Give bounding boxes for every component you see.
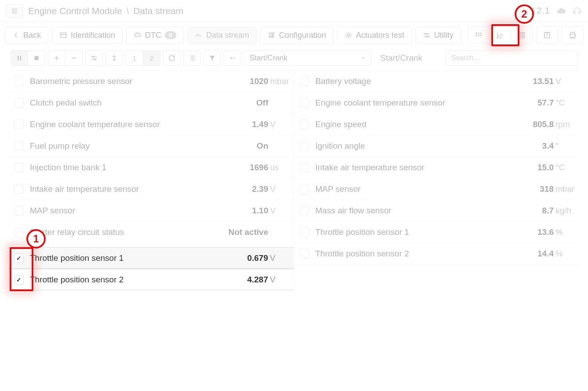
row-label: Throttle position sensor 2 (316, 249, 538, 259)
row-checkbox[interactable] (14, 98, 24, 108)
compare-button[interactable] (85, 50, 103, 66)
table-row[interactable]: Engine speed805.8rpm (294, 114, 580, 135)
page-2-label: 2 (150, 55, 153, 62)
row-checkbox[interactable] (14, 206, 24, 216)
table-row-selected[interactable]: Throttle position sensor 2 4.287 V (9, 269, 294, 290)
stop-button[interactable] (28, 50, 45, 66)
menu-button[interactable] (6, 4, 23, 18)
table-row[interactable]: MAP sensor1.10V (9, 200, 294, 222)
filter-icon (208, 54, 216, 62)
row-unit: V (555, 77, 575, 86)
row-unit: V (270, 275, 289, 285)
row-checkbox[interactable] (14, 227, 24, 237)
refresh-button[interactable] (163, 50, 181, 66)
row-label: Ignition angle (316, 141, 542, 151)
tab-dtc[interactable]: DTC 0 (126, 27, 184, 44)
row-unit: °C (555, 98, 575, 108)
gauge-icon (518, 31, 526, 39)
chevron-down-icon (360, 55, 366, 61)
preset-label: Start/Crank (380, 53, 422, 63)
row-checkbox[interactable] (300, 77, 309, 86)
row-checkbox[interactable] (14, 120, 24, 129)
preset-select[interactable]: Start/Crank (244, 50, 371, 66)
row-checkbox[interactable] (300, 249, 309, 259)
cloud-icon[interactable] (556, 6, 566, 16)
table-row[interactable]: Fuel pump relayOn (9, 135, 294, 157)
breadcrumb-sep: \ (126, 6, 129, 16)
table-row[interactable]: Engine coolant temperature sensor57.7°C (294, 92, 580, 114)
table-row[interactable]: Starter relay circuit statusNot active (9, 222, 294, 243)
table-row[interactable]: Injection time bank 11696us (9, 157, 294, 179)
row-unit: rpm (555, 120, 575, 129)
row-label: Throttle position sensor 2 (30, 275, 247, 285)
row-unit: kg/h (555, 206, 575, 216)
tab-actuators[interactable]: Actuators test (337, 27, 412, 44)
row-checkbox[interactable] (300, 206, 309, 216)
table-row[interactable]: Engine coolant temperature sensor1.49V (9, 114, 294, 135)
tab-configuration[interactable]: Configuration (260, 27, 334, 44)
row-label: Starter relay circuit status (30, 227, 229, 237)
row-label: Engine speed (316, 120, 533, 129)
view-graph-button[interactable] (489, 26, 511, 44)
tab-identification[interactable]: Identification (52, 27, 123, 44)
table-row[interactable]: Clutch pedal switchOff (9, 92, 294, 114)
row-value: 805.8 (533, 120, 554, 129)
row-checkbox[interactable] (300, 227, 309, 237)
row-value: 4.287 (247, 275, 268, 285)
row-unit: % (555, 227, 575, 237)
row-checkbox[interactable] (300, 98, 309, 108)
row-value: 14.4 (537, 249, 554, 259)
table-row[interactable]: MAP sensor318mbar (294, 179, 580, 200)
row-checkbox[interactable] (300, 120, 309, 129)
table-row[interactable]: Mass air flow sensor8.7kg/h (294, 200, 580, 222)
row-checkbox[interactable] (14, 275, 24, 285)
row-checkbox[interactable] (14, 253, 24, 263)
tab-datastream[interactable]: Data stream (187, 27, 257, 44)
row-checkbox[interactable] (300, 184, 309, 194)
cursor-button[interactable] (105, 50, 123, 66)
export-button[interactable] (536, 26, 558, 44)
print-button[interactable] (562, 26, 584, 44)
filter-button[interactable] (203, 50, 221, 66)
row-checkbox[interactable] (300, 163, 309, 172)
table-row[interactable]: Throttle position sensor 214.4% (294, 243, 580, 265)
row-label: Engine coolant temperature sensor (30, 120, 252, 129)
pause-button[interactable] (11, 50, 28, 66)
table-row[interactable]: Ignition angle3.4° (294, 135, 580, 157)
list-button[interactable] (183, 50, 201, 66)
row-checkbox[interactable] (300, 141, 309, 151)
row-value: 15.0 (537, 163, 554, 172)
page-2-button[interactable]: 2 (143, 50, 160, 66)
collapse-button[interactable] (224, 50, 241, 66)
row-checkbox[interactable] (14, 184, 24, 194)
breadcrumb-module[interactable]: Engine Control Module (28, 6, 122, 16)
row-checkbox[interactable] (14, 77, 24, 86)
page-1-button[interactable]: 1 (126, 50, 143, 66)
row-label: Mass air flow sensor (316, 206, 542, 216)
tab-utility[interactable]: Utility (415, 27, 461, 44)
row-checkbox[interactable] (14, 163, 24, 172)
remove-button[interactable] (65, 50, 83, 66)
row-value: 8.7 (542, 206, 554, 216)
back-button[interactable]: Back (4, 27, 48, 44)
row-unit: mbar (555, 184, 575, 194)
table-row[interactable]: Throttle position sensor 113.6% (294, 222, 580, 243)
row-unit: V (270, 206, 290, 216)
search-input[interactable] (446, 50, 577, 66)
breadcrumb-page: Data stream (133, 6, 183, 16)
row-unit: mbar (270, 77, 290, 86)
view-grid-button[interactable] (468, 26, 490, 44)
table-row[interactable]: Barometric pressure sensor1020mbar (9, 71, 294, 92)
print-icon (569, 31, 577, 39)
headset-icon[interactable] (572, 6, 582, 16)
row-unit: °C (555, 163, 575, 172)
view-gauge-button[interactable] (511, 26, 533, 44)
table-row-selected[interactable]: Throttle position sensor 1 0.679 V (9, 247, 294, 269)
add-button[interactable] (48, 50, 65, 66)
row-label: Fuel pump relay (30, 141, 257, 151)
row-value: 1696 (250, 163, 268, 172)
table-row[interactable]: Intake air temperature sensor15.0°C (294, 157, 580, 179)
table-row[interactable]: Intake air temperature sensor2.39V (9, 179, 294, 200)
table-row[interactable]: Battery voltage13.51V (294, 71, 580, 92)
row-checkbox[interactable] (14, 141, 24, 151)
